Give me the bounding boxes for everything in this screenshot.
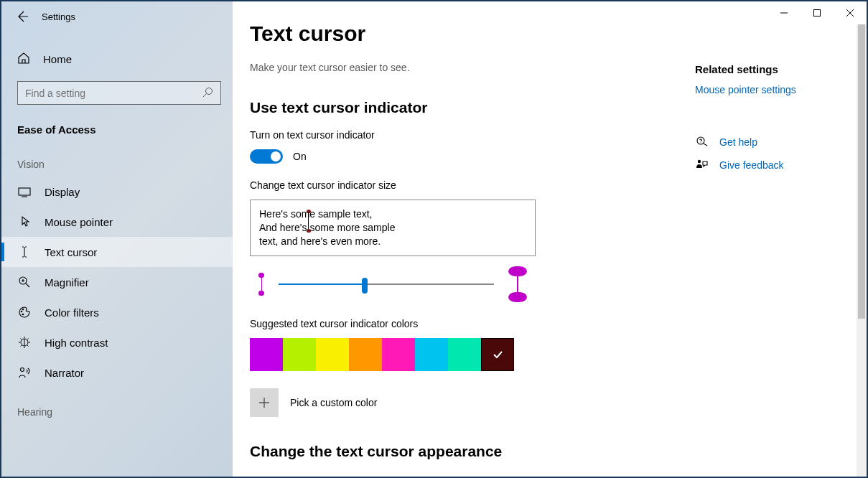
custom-color-label: Pick a custom color <box>290 397 377 408</box>
monitor-icon <box>17 187 32 197</box>
plus-icon <box>258 397 270 408</box>
page-intro: Make your text cursor easier to see. <box>250 62 666 73</box>
sidebar-item-label: Text cursor <box>45 246 97 258</box>
toggle-label: Turn on text cursor indicator <box>250 129 666 141</box>
sidebar-item-label: Display <box>45 186 80 198</box>
search-input[interactable] <box>25 88 202 99</box>
colors-label: Suggested text cursor indicator colors <box>250 318 666 329</box>
sidebar-item-label: Color filters <box>45 306 99 319</box>
home-label: Home <box>43 53 72 65</box>
minimize-button[interactable] <box>767 1 801 24</box>
related-heading: Related settings <box>695 63 867 75</box>
maximize-button[interactable] <box>801 1 834 24</box>
sidebar-item-label: High contrast <box>45 337 108 349</box>
sidebar-item-label: Mouse pointer <box>45 216 113 228</box>
svg-point-9 <box>697 137 704 144</box>
scrollbar-thumb[interactable] <box>858 24 865 319</box>
app-title: Settings <box>42 11 75 22</box>
sidebar-item-mouse-pointer[interactable]: Mouse pointer <box>1 207 233 237</box>
sidebar-item-label: Magnifier <box>45 276 89 289</box>
palette-icon <box>17 306 32 319</box>
section-indicator-heading: Use text cursor indicator <box>250 99 666 116</box>
slider-max-icon <box>508 266 527 302</box>
narrator-icon <box>17 366 32 379</box>
color-swatch[interactable] <box>382 338 415 371</box>
custom-color-button[interactable] <box>250 388 279 417</box>
sidebar-item-color-filters[interactable]: Color filters <box>1 297 233 327</box>
related-link-mouse-pointer[interactable]: Mouse pointer settings <box>695 84 867 95</box>
color-swatch[interactable] <box>415 338 448 371</box>
sidebar: Settings Home Ease of Access Vision <box>1 1 233 477</box>
svg-point-1 <box>206 88 213 94</box>
home-nav[interactable]: Home <box>1 44 233 74</box>
magnifier-icon <box>17 276 32 289</box>
group-vision: Vision <box>1 140 233 177</box>
sample-text-box: Here's some sample text, And here's some… <box>250 200 536 256</box>
sidebar-item-magnifier[interactable]: Magnifier <box>1 267 233 297</box>
sample-line: text, and here's even more. <box>259 235 526 248</box>
main-content: Text cursor Make your text cursor easier… <box>233 1 867 477</box>
svg-rect-2 <box>19 188 30 195</box>
pointer-icon <box>17 215 32 228</box>
sidebar-item-narrator[interactable]: Narrator <box>1 357 233 388</box>
help-icon <box>695 136 709 149</box>
check-icon <box>492 349 503 360</box>
color-swatch[interactable] <box>316 338 349 371</box>
size-slider[interactable] <box>279 283 494 285</box>
section-appearance-heading: Change the text cursor appearance <box>250 443 666 460</box>
text-cursor-icon <box>17 245 32 258</box>
close-button[interactable] <box>834 1 867 24</box>
home-icon <box>17 52 30 67</box>
size-label: Change text cursor indicator size <box>250 179 666 191</box>
color-swatch[interactable] <box>481 338 514 371</box>
sidebar-item-text-cursor[interactable]: Text cursor <box>1 237 233 267</box>
color-swatch[interactable] <box>250 338 283 371</box>
svg-point-5 <box>22 309 24 310</box>
slider-min-icon <box>258 273 264 296</box>
color-swatch[interactable] <box>283 338 316 371</box>
search-box[interactable] <box>17 81 221 105</box>
svg-point-6 <box>22 314 24 315</box>
color-swatches <box>250 338 666 371</box>
get-help-link[interactable]: Get help <box>719 136 757 148</box>
toggle-state: On <box>293 151 307 162</box>
page-title: Text cursor <box>250 22 867 46</box>
give-feedback-link[interactable]: Give feedback <box>719 159 784 171</box>
sidebar-item-high-contrast[interactable]: High contrast <box>1 327 233 357</box>
svg-rect-0 <box>814 10 821 17</box>
contrast-icon <box>17 336 32 349</box>
svg-point-8 <box>21 368 24 372</box>
color-swatch[interactable] <box>448 338 481 371</box>
search-icon <box>202 87 213 100</box>
sidebar-item-display[interactable]: Display <box>1 177 233 207</box>
sample-line: Here's some sample text, <box>259 207 526 221</box>
sidebar-item-label: Narrator <box>45 367 84 379</box>
scrollbar[interactable] <box>857 24 867 477</box>
color-swatch[interactable] <box>349 338 382 371</box>
back-button[interactable] <box>16 10 29 23</box>
indicator-toggle[interactable] <box>250 149 283 164</box>
svg-point-4 <box>21 311 22 312</box>
svg-point-10 <box>698 160 701 163</box>
section-title: Ease of Access <box>1 105 233 140</box>
group-hearing: Hearing <box>1 388 233 425</box>
feedback-icon <box>695 159 709 172</box>
sample-line: And here's some more sample <box>259 221 526 235</box>
slider-thumb[interactable] <box>362 278 368 294</box>
